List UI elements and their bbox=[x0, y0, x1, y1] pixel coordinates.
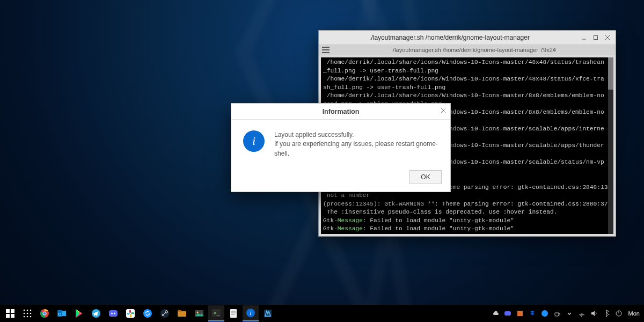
svg-rect-36 bbox=[130, 314, 131, 317]
svg-rect-8 bbox=[6, 314, 10, 318]
tray-sync-icon[interactable] bbox=[540, 309, 550, 318]
svg-point-63 bbox=[581, 316, 582, 317]
dialog-close-button[interactable] bbox=[441, 107, 446, 115]
svg-marker-61 bbox=[530, 313, 535, 315]
virtualbox-icon[interactable] bbox=[260, 305, 276, 321]
svg-point-15 bbox=[30, 313, 32, 314]
zenity-dialog-taskbar-icon[interactable]: i bbox=[243, 305, 259, 321]
svg-point-13 bbox=[24, 313, 25, 314]
terminal-title: ./layoutmanager.sh /home/derrik/gnome-la… bbox=[322, 34, 577, 41]
svg-rect-30 bbox=[109, 310, 118, 317]
terminal-scroll-thumb[interactable] bbox=[608, 57, 613, 90]
svg-point-10 bbox=[24, 310, 25, 311]
tray-volume-icon[interactable] bbox=[589, 309, 599, 318]
taskbar-clock[interactable]: Mon bbox=[626, 310, 642, 317]
svg-point-62 bbox=[541, 310, 548, 317]
information-dialog: Information i Layout applied successfull… bbox=[231, 103, 451, 192]
svg-point-11 bbox=[27, 310, 28, 311]
svg-rect-1 bbox=[594, 36, 598, 40]
text-editor-icon[interactable] bbox=[225, 305, 241, 321]
taskbar-left: O bbox=[2, 305, 276, 321]
svg-point-17 bbox=[27, 316, 28, 318]
desktop: ./layoutmanager.sh /home/derrik/gnome-la… bbox=[0, 0, 644, 322]
start-button[interactable] bbox=[2, 305, 18, 321]
dialog-message: Layout applied successfully. If you are … bbox=[274, 130, 438, 158]
svg-point-16 bbox=[24, 316, 25, 318]
svg-rect-9 bbox=[11, 314, 14, 318]
terminal-taskbar-icon[interactable]: >_ bbox=[208, 305, 224, 321]
dialog-line-2: If you are experiencing any issues, plea… bbox=[274, 140, 438, 158]
file-manager-icon[interactable] bbox=[174, 305, 190, 321]
slack-icon[interactable] bbox=[122, 305, 138, 321]
svg-rect-58 bbox=[504, 311, 511, 316]
svg-point-12 bbox=[30, 310, 32, 311]
tray-power-icon[interactable] bbox=[614, 309, 624, 318]
steam-icon[interactable] bbox=[157, 305, 173, 321]
system-tray: Mon bbox=[491, 309, 642, 318]
tray-caffeine-icon[interactable] bbox=[552, 309, 562, 318]
dialog-title: Information bbox=[231, 108, 450, 115]
dialog-line-1: Layout applied successfully. bbox=[274, 130, 438, 140]
maximize-button[interactable] bbox=[591, 33, 601, 42]
tray-chevron-icon[interactable] bbox=[565, 309, 574, 318]
svg-rect-6 bbox=[6, 309, 10, 313]
svg-point-18 bbox=[30, 316, 32, 318]
terminal-tabbar: ./layoutmanager.sh /home/derrik/gnome-la… bbox=[319, 45, 616, 55]
minimize-button[interactable] bbox=[579, 33, 589, 42]
terminal-subtitle: ./layoutmanager.sh /home/derrik/gnome-la… bbox=[335, 47, 612, 53]
svg-rect-24 bbox=[62, 311, 66, 316]
sync-icon[interactable] bbox=[140, 305, 156, 321]
outlook-icon[interactable]: O bbox=[54, 305, 70, 321]
apps-grid-icon[interactable] bbox=[19, 305, 35, 321]
svg-rect-35 bbox=[127, 313, 130, 314]
svg-rect-44 bbox=[178, 310, 181, 312]
telegram-icon[interactable] bbox=[88, 305, 104, 321]
tray-discord-icon[interactable] bbox=[503, 309, 513, 318]
play-store-icon[interactable] bbox=[71, 305, 87, 321]
svg-rect-37 bbox=[131, 312, 134, 314]
close-button[interactable] bbox=[603, 33, 612, 42]
menu-icon[interactable] bbox=[322, 47, 330, 53]
dialog-body: i Layout applied successfully. If you ar… bbox=[231, 120, 450, 170]
svg-marker-60 bbox=[530, 311, 535, 313]
terminal-scrollbar[interactable] bbox=[608, 57, 613, 234]
dialog-titlebar[interactable]: Information bbox=[231, 104, 450, 120]
chrome-icon[interactable] bbox=[36, 305, 53, 321]
tray-updates-icon[interactable] bbox=[515, 309, 525, 318]
svg-point-32 bbox=[114, 313, 115, 314]
svg-point-21 bbox=[43, 312, 46, 315]
svg-text:>_: >_ bbox=[214, 310, 219, 316]
ok-button[interactable]: OK bbox=[409, 170, 442, 184]
dialog-button-row: OK bbox=[231, 170, 450, 192]
svg-rect-7 bbox=[11, 309, 14, 313]
svg-rect-43 bbox=[178, 311, 186, 317]
terminal-titlebar[interactable]: ./layoutmanager.sh /home/derrik/gnome-la… bbox=[319, 31, 616, 45]
svg-marker-64 bbox=[591, 311, 595, 316]
tray-bluetooth-icon[interactable] bbox=[602, 309, 611, 318]
tray-cloud-icon[interactable] bbox=[491, 309, 500, 318]
svg-text:i: i bbox=[250, 310, 251, 316]
svg-text:O: O bbox=[58, 312, 61, 317]
svg-point-14 bbox=[27, 313, 28, 314]
svg-rect-50 bbox=[230, 309, 237, 318]
svg-point-31 bbox=[111, 313, 113, 314]
taskbar[interactable]: O bbox=[0, 305, 644, 322]
discord-icon[interactable] bbox=[105, 305, 121, 321]
svg-rect-34 bbox=[129, 310, 131, 313]
tray-dropbox-icon[interactable] bbox=[528, 309, 537, 318]
svg-rect-59 bbox=[517, 311, 523, 316]
svg-point-38 bbox=[143, 309, 152, 318]
image-viewer-icon[interactable] bbox=[191, 305, 207, 321]
info-icon: i bbox=[243, 130, 265, 152]
tray-network-icon[interactable] bbox=[577, 309, 587, 318]
